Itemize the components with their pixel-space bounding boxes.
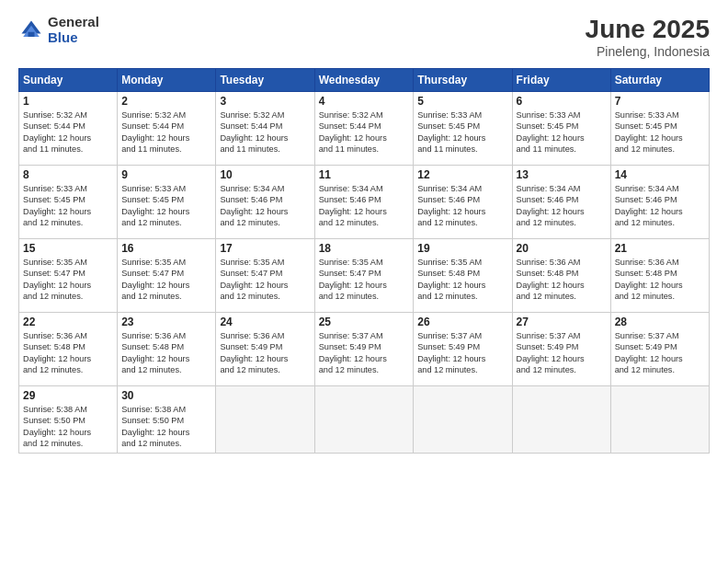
day-number: 15 (23, 242, 113, 255)
day-cell: 12 Sunrise: 5:34 AMSunset: 5:46 PMDaylig… (414, 166, 512, 239)
logo-blue: Blue (48, 30, 99, 46)
day-number: 1 (23, 95, 113, 108)
page: General Blue June 2025 Pineleng, Indones… (0, 0, 728, 563)
day-cell: 23 Sunrise: 5:36 AMSunset: 5:48 PMDaylig… (118, 313, 216, 386)
day-cell: 3 Sunrise: 5:32 AMSunset: 5:44 PMDayligh… (216, 92, 314, 166)
day-number: 28 (615, 316, 705, 328)
week-row-3: 15 Sunrise: 5:35 AMSunset: 5:47 PMDaylig… (19, 239, 710, 313)
day-cell: 20 Sunrise: 5:36 AMSunset: 5:48 PMDaylig… (512, 239, 610, 313)
day-cell (216, 386, 314, 454)
day-number: 9 (121, 168, 211, 181)
day-number: 22 (23, 316, 113, 328)
day-info: Sunrise: 5:34 AMSunset: 5:46 PMDaylight:… (417, 184, 485, 227)
calendar-header: SundayMondayTuesdayWednesdayThursdayFrid… (19, 69, 710, 92)
day-number: 7 (615, 95, 705, 108)
day-cell (414, 386, 512, 454)
day-number: 18 (319, 242, 410, 255)
day-info: Sunrise: 5:38 AMSunset: 5:50 PMDaylight:… (121, 405, 189, 448)
location: Pineleng, Indonesia (586, 44, 710, 59)
logo: General Blue (18, 15, 99, 45)
day-number: 24 (220, 316, 310, 328)
col-header-friday: Friday (512, 69, 610, 92)
day-info: Sunrise: 5:33 AMSunset: 5:45 PMDaylight:… (517, 110, 585, 154)
day-cell: 8 Sunrise: 5:33 AMSunset: 5:45 PMDayligh… (19, 166, 118, 239)
month-title: June 2025 (586, 15, 710, 44)
day-info: Sunrise: 5:36 AMSunset: 5:48 PMDaylight:… (121, 331, 189, 374)
col-header-tuesday: Tuesday (216, 69, 314, 92)
day-cell: 1 Sunrise: 5:32 AMSunset: 5:44 PMDayligh… (19, 92, 118, 166)
day-number: 8 (23, 168, 113, 181)
day-cell (314, 386, 414, 454)
day-number: 26 (417, 316, 507, 328)
day-cell: 13 Sunrise: 5:34 AMSunset: 5:46 PMDaylig… (512, 166, 610, 239)
day-cell: 21 Sunrise: 5:36 AMSunset: 5:48 PMDaylig… (610, 239, 709, 313)
day-cell: 9 Sunrise: 5:33 AMSunset: 5:45 PMDayligh… (118, 166, 216, 239)
logo-text: General Blue (48, 15, 99, 45)
day-info: Sunrise: 5:33 AMSunset: 5:45 PMDaylight:… (23, 184, 91, 227)
day-info: Sunrise: 5:37 AMSunset: 5:49 PMDaylight:… (517, 331, 585, 374)
day-cell: 7 Sunrise: 5:33 AMSunset: 5:45 PMDayligh… (610, 92, 709, 166)
day-info: Sunrise: 5:32 AMSunset: 5:44 PMDaylight:… (121, 110, 189, 154)
day-info: Sunrise: 5:37 AMSunset: 5:49 PMDaylight:… (615, 331, 683, 374)
day-cell: 18 Sunrise: 5:35 AMSunset: 5:47 PMDaylig… (314, 239, 414, 313)
day-number: 23 (121, 316, 211, 328)
day-info: Sunrise: 5:35 AMSunset: 5:48 PMDaylight:… (417, 258, 485, 301)
day-info: Sunrise: 5:34 AMSunset: 5:46 PMDaylight:… (615, 184, 683, 227)
day-info: Sunrise: 5:32 AMSunset: 5:44 PMDaylight:… (23, 110, 91, 154)
col-header-thursday: Thursday (414, 69, 512, 92)
day-cell: 15 Sunrise: 5:35 AMSunset: 5:47 PMDaylig… (19, 239, 118, 313)
day-cell: 14 Sunrise: 5:34 AMSunset: 5:46 PMDaylig… (610, 166, 709, 239)
day-info: Sunrise: 5:32 AMSunset: 5:44 PMDaylight:… (319, 110, 387, 154)
day-info: Sunrise: 5:38 AMSunset: 5:50 PMDaylight:… (23, 405, 91, 448)
day-number: 3 (220, 95, 310, 108)
day-cell: 4 Sunrise: 5:32 AMSunset: 5:44 PMDayligh… (314, 92, 414, 166)
day-info: Sunrise: 5:36 AMSunset: 5:48 PMDaylight:… (517, 258, 585, 301)
week-row-5: 29 Sunrise: 5:38 AMSunset: 5:50 PMDaylig… (19, 386, 710, 454)
svg-rect-2 (28, 31, 35, 36)
day-info: Sunrise: 5:33 AMSunset: 5:45 PMDaylight:… (615, 110, 683, 154)
day-info: Sunrise: 5:35 AMSunset: 5:47 PMDaylight:… (319, 258, 387, 301)
day-info: Sunrise: 5:36 AMSunset: 5:48 PMDaylight:… (615, 258, 683, 301)
week-row-2: 8 Sunrise: 5:33 AMSunset: 5:45 PMDayligh… (19, 166, 710, 239)
day-info: Sunrise: 5:34 AMSunset: 5:46 PMDaylight:… (220, 184, 288, 227)
day-cell: 10 Sunrise: 5:34 AMSunset: 5:46 PMDaylig… (216, 166, 314, 239)
day-number: 27 (517, 316, 607, 328)
day-cell: 25 Sunrise: 5:37 AMSunset: 5:49 PMDaylig… (314, 313, 414, 386)
header: General Blue June 2025 Pineleng, Indones… (18, 15, 710, 59)
day-cell (512, 386, 610, 454)
day-cell: 26 Sunrise: 5:37 AMSunset: 5:49 PMDaylig… (414, 313, 512, 386)
day-number: 13 (517, 168, 607, 181)
day-cell: 5 Sunrise: 5:33 AMSunset: 5:45 PMDayligh… (414, 92, 512, 166)
day-number: 14 (615, 168, 705, 181)
day-cell (610, 386, 709, 454)
day-info: Sunrise: 5:35 AMSunset: 5:47 PMDaylight:… (220, 258, 288, 301)
day-number: 6 (517, 95, 607, 108)
col-header-sunday: Sunday (19, 69, 118, 92)
week-row-4: 22 Sunrise: 5:36 AMSunset: 5:48 PMDaylig… (19, 313, 710, 386)
day-cell: 28 Sunrise: 5:37 AMSunset: 5:49 PMDaylig… (610, 313, 709, 386)
day-cell: 16 Sunrise: 5:35 AMSunset: 5:47 PMDaylig… (118, 239, 216, 313)
day-cell: 22 Sunrise: 5:36 AMSunset: 5:48 PMDaylig… (19, 313, 118, 386)
day-info: Sunrise: 5:37 AMSunset: 5:49 PMDaylight:… (417, 331, 485, 374)
day-number: 10 (220, 168, 310, 181)
day-info: Sunrise: 5:34 AMSunset: 5:46 PMDaylight:… (517, 184, 585, 227)
day-number: 17 (220, 242, 310, 255)
day-number: 19 (417, 242, 507, 255)
day-cell: 6 Sunrise: 5:33 AMSunset: 5:45 PMDayligh… (512, 92, 610, 166)
day-cell: 2 Sunrise: 5:32 AMSunset: 5:44 PMDayligh… (118, 92, 216, 166)
header-row: SundayMondayTuesdayWednesdayThursdayFrid… (19, 69, 710, 92)
day-cell: 24 Sunrise: 5:36 AMSunset: 5:49 PMDaylig… (216, 313, 314, 386)
day-number: 25 (319, 316, 410, 328)
day-number: 21 (615, 242, 705, 255)
day-number: 4 (319, 95, 410, 108)
col-header-saturday: Saturday (610, 69, 709, 92)
col-header-monday: Monday (118, 69, 216, 92)
calendar-body: 1 Sunrise: 5:32 AMSunset: 5:44 PMDayligh… (19, 92, 710, 454)
day-info: Sunrise: 5:32 AMSunset: 5:44 PMDaylight:… (220, 110, 288, 154)
day-cell: 11 Sunrise: 5:34 AMSunset: 5:46 PMDaylig… (314, 166, 414, 239)
day-number: 29 (23, 389, 113, 402)
calendar: SundayMondayTuesdayWednesdayThursdayFrid… (18, 68, 710, 454)
day-number: 12 (417, 168, 507, 181)
day-info: Sunrise: 5:34 AMSunset: 5:46 PMDaylight:… (319, 184, 387, 227)
day-info: Sunrise: 5:36 AMSunset: 5:48 PMDaylight:… (23, 331, 91, 374)
